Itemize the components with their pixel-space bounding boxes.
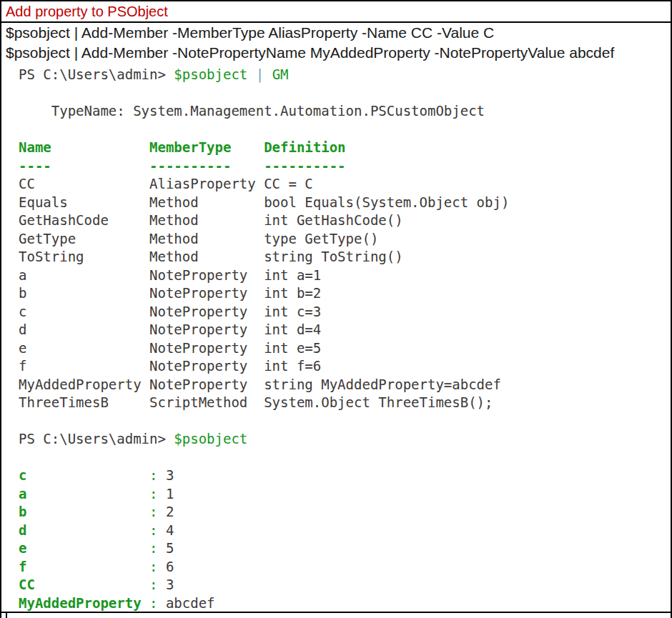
console-output: PS C:\Users\admin> $psobject | GM TypeNa… (1, 63, 671, 612)
next-row-border-tick (6, 613, 7, 618)
outer-border-left (0, 0, 1, 618)
page-title: Add property to PSObject (6, 4, 168, 20)
outer-border-top (0, 0, 672, 1)
cell-content: Add property to PSObject $psobject | Add… (1, 1, 671, 612)
bottom-divider (0, 612, 672, 613)
command-line-1: $psobject | Add-Member -MemberType Alias… (6, 23, 671, 43)
title-divider (0, 21, 672, 23)
documentation-snippet: Add property to PSObject $psobject | Add… (0, 0, 672, 618)
command-block: $psobject | Add-Member -MemberType Alias… (1, 21, 671, 63)
command-line-2: $psobject | Add-Member -NotePropertyName… (6, 43, 671, 63)
title-bar: Add property to PSObject (1, 1, 671, 21)
